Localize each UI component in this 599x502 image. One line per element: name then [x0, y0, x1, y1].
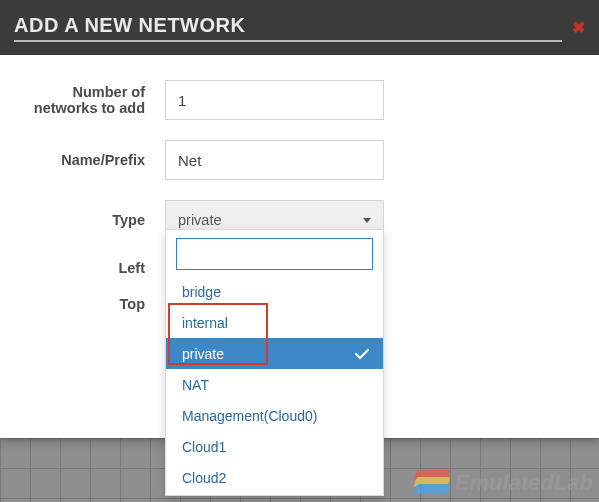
type-option-bridge[interactable]: bridge [166, 276, 383, 307]
type-select-value: private [178, 212, 222, 228]
dialog-titlebar: ADD A NEW NETWORK ✖ [0, 0, 599, 55]
watermark-icon [415, 470, 449, 496]
watermark-text: EmulatedLab [455, 470, 593, 496]
type-option-cloud2[interactable]: Cloud2 [166, 462, 383, 493]
label-type: Type [20, 212, 165, 228]
type-option-private[interactable]: private [166, 338, 383, 369]
row-name-prefix: Name/Prefix [20, 140, 579, 180]
type-dropdown-search-input[interactable] [176, 238, 373, 270]
option-label: internal [182, 315, 228, 331]
type-option-cloud1[interactable]: Cloud1 [166, 431, 383, 462]
type-option-management-cloud0[interactable]: Management(Cloud0) [166, 400, 383, 431]
option-label: NAT [182, 377, 209, 393]
option-label: Cloud2 [182, 470, 226, 486]
dialog-title: ADD A NEW NETWORK [14, 14, 562, 42]
option-label: Cloud1 [182, 439, 226, 455]
type-dropdown: bridge internal private NAT Management(C… [165, 229, 384, 496]
close-icon[interactable]: ✖ [572, 18, 585, 37]
row-number-of-networks: Number of networks to add [20, 80, 579, 120]
watermark: EmulatedLab [415, 470, 593, 496]
name-prefix-input[interactable] [165, 140, 384, 180]
option-label: bridge [182, 284, 221, 300]
check-icon [355, 348, 369, 360]
label-left: Left [20, 260, 165, 276]
label-number-of-networks: Number of networks to add [20, 84, 165, 116]
type-option-internal[interactable]: internal [166, 307, 383, 338]
option-label: Management(Cloud0) [182, 408, 317, 424]
number-of-networks-input[interactable] [165, 80, 384, 120]
label-top: Top [20, 296, 165, 312]
label-name-prefix: Name/Prefix [20, 152, 165, 168]
option-label: private [182, 346, 224, 362]
chevron-down-icon [363, 218, 371, 223]
type-option-nat[interactable]: NAT [166, 369, 383, 400]
